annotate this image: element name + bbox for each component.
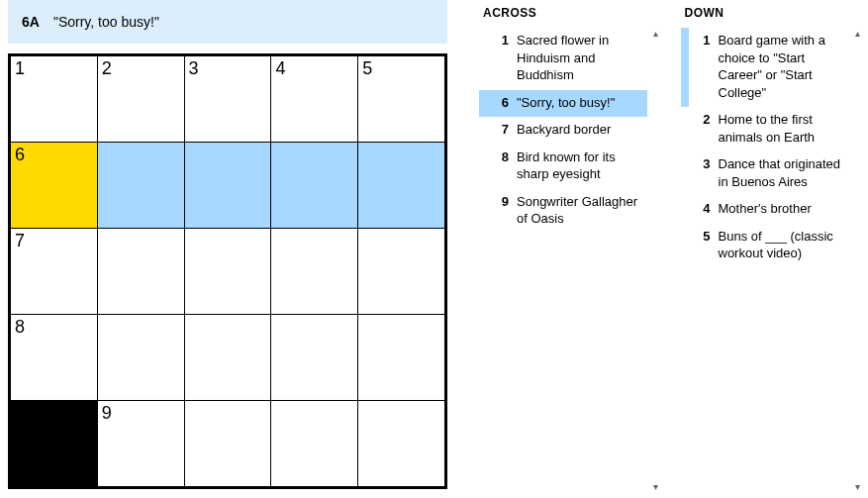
grid-cell[interactable]	[271, 143, 357, 228]
grid-cell[interactable]: 8	[11, 315, 97, 400]
grid-cell[interactable]: 4	[271, 56, 357, 142]
grid-cell[interactable]	[358, 401, 444, 486]
cell-number: 5	[362, 58, 372, 79]
grid-cell[interactable]: 9	[98, 401, 184, 486]
grid-cell[interactable]	[185, 315, 271, 400]
grid-cell[interactable]	[185, 229, 271, 314]
scroll-up-icon[interactable]: ▴	[855, 28, 860, 39]
clue-number: 8	[491, 149, 509, 183]
clue-number: 1	[491, 32, 509, 84]
grid-cell[interactable]	[358, 229, 444, 314]
grid-cell[interactable]	[185, 143, 271, 228]
clue-number: 7	[491, 121, 509, 139]
scroll-up-icon[interactable]: ▴	[653, 28, 658, 39]
clue-item[interactable]: 1Sacred flower in Hinduism and Buddhism	[479, 28, 647, 90]
down-scrollbar[interactable]: ▴ ▾	[850, 28, 864, 492]
clue-text: Dance that originated in Buenos Aires	[719, 155, 845, 190]
grid-cell[interactable]	[271, 315, 357, 400]
clue-text: Bird known for its sharp eyesight	[517, 149, 643, 183]
grid-cell[interactable]	[98, 315, 184, 400]
across-scrollbar[interactable]: ▴ ▾	[649, 28, 663, 492]
grid-cell[interactable]	[98, 143, 184, 228]
down-column: DOWN 1Board game with a choice to "Start…	[681, 6, 865, 492]
clue-item[interactable]: 8Bird known for its sharp eyesight	[479, 145, 647, 189]
clue-item[interactable]: 2Home to the first animals on Earth	[681, 107, 849, 151]
grid-cell[interactable]: 5	[358, 56, 444, 142]
clue-text: Mother's brother	[719, 200, 845, 218]
cell-number: 2	[102, 58, 112, 79]
cell-number: 6	[15, 145, 25, 165]
scroll-down-icon[interactable]: ▾	[855, 481, 860, 492]
clue-text: Backyard border	[517, 121, 643, 139]
clue-number: 1	[693, 32, 711, 101]
cell-number: 1	[15, 58, 25, 79]
clue-text: Songwriter Gallagher of Oasis	[517, 193, 643, 228]
grid-cell[interactable]	[185, 401, 271, 486]
puzzle-area: 6A "Sorry, too busy!" 123456789	[0, 0, 455, 498]
clue-text: Buns of ___ (classic workout video)	[719, 228, 845, 262]
clue-item[interactable]: 9Songwriter Gallagher of Oasis	[479, 189, 647, 234]
clue-text: Home to the first animals on Earth	[719, 111, 845, 146]
clue-number: 2	[693, 111, 711, 146]
clue-number: 3	[693, 155, 711, 190]
grid-cell[interactable]	[98, 229, 184, 314]
clue-item[interactable]: 6"Sorry, too busy!"	[479, 90, 647, 118]
clue-item[interactable]: 5Buns of ___ (classic workout video)	[681, 224, 849, 268]
clue-number: 9	[491, 193, 509, 228]
grid-cell[interactable]	[358, 315, 444, 400]
clue-number: 5	[693, 228, 711, 262]
cell-number: 8	[15, 317, 25, 338]
across-list: 1Sacred flower in Hinduism and Buddhism6…	[479, 28, 647, 492]
grid-cell[interactable]	[271, 229, 357, 314]
clue-number: 6	[491, 94, 509, 112]
grid-cell	[11, 401, 97, 486]
current-clue-text: "Sorry, too busy!"	[53, 14, 159, 30]
current-clue-bar: 6A "Sorry, too busy!"	[8, 0, 447, 44]
clue-text: "Sorry, too busy!"	[517, 94, 643, 112]
clues-panel: ACROSS 1Sacred flower in Hinduism and Bu…	[455, 0, 868, 498]
cell-number: 3	[189, 58, 199, 79]
clue-item[interactable]: 4Mother's brother	[681, 196, 849, 224]
cell-number: 9	[102, 403, 112, 424]
grid-cell[interactable]: 7	[11, 229, 97, 314]
cell-number: 4	[275, 58, 285, 79]
clue-item[interactable]: 1Board game with a choice to "Start Care…	[681, 28, 849, 107]
grid-cell[interactable]: 3	[185, 56, 271, 142]
scroll-down-icon[interactable]: ▾	[653, 481, 658, 492]
across-header: ACROSS	[479, 6, 663, 20]
grid-cell[interactable]: 6	[11, 143, 97, 228]
across-column: ACROSS 1Sacred flower in Hinduism and Bu…	[479, 6, 663, 492]
clue-number: 4	[693, 200, 711, 218]
clue-item[interactable]: 7Backyard border	[479, 117, 647, 145]
grid-cell[interactable]: 2	[98, 56, 184, 142]
crossword-grid[interactable]: 123456789	[8, 53, 447, 489]
current-clue-label: 6A	[22, 14, 40, 30]
grid-cell[interactable]: 1	[11, 56, 97, 142]
clue-text: Sacred flower in Hinduism and Buddhism	[517, 32, 643, 84]
grid-cell[interactable]	[271, 401, 357, 486]
clue-item[interactable]: 3Dance that originated in Buenos Aires	[681, 151, 849, 196]
grid-cell[interactable]	[358, 143, 444, 228]
down-list: 1Board game with a choice to "Start Care…	[681, 28, 849, 492]
across-scroll: 1Sacred flower in Hinduism and Buddhism6…	[479, 28, 663, 492]
cell-number: 7	[15, 231, 25, 251]
clue-text: Board game with a choice to "Start Caree…	[719, 32, 845, 101]
down-header: DOWN	[681, 6, 865, 20]
down-scroll: 1Board game with a choice to "Start Care…	[681, 28, 865, 492]
